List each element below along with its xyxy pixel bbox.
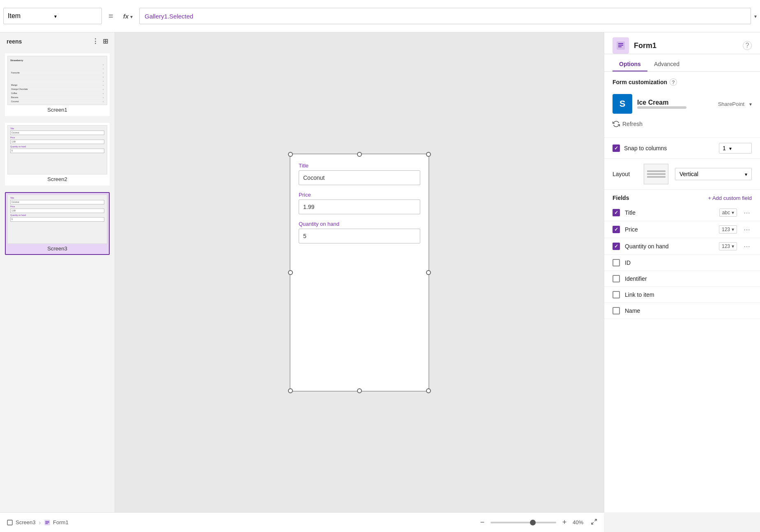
right-panel: Form1 ? Options Advanced Form customizat… xyxy=(604,32,760,512)
svg-line-10 xyxy=(592,522,594,524)
price-field-label: Price xyxy=(299,192,420,198)
right-panel-title-row: Form1 ? xyxy=(604,32,760,54)
title-type-badge[interactable]: abc xyxy=(719,209,737,217)
zoom-in-button[interactable]: + xyxy=(560,518,569,527)
equals-sign: = xyxy=(105,11,117,21)
list-view-icon[interactable]: ⋮ xyxy=(92,37,99,45)
list-item: › xyxy=(10,63,104,67)
quantity-type-badge[interactable]: 123 xyxy=(719,242,737,250)
right-panel-tabs: Options Advanced xyxy=(604,57,760,72)
field-name-name: Name xyxy=(625,307,752,314)
svg-rect-4 xyxy=(7,520,12,525)
price-type-badge[interactable]: 123 xyxy=(719,225,737,234)
screen2-label: Screen2 xyxy=(7,174,107,183)
form-customization-label: Form customization ? xyxy=(613,78,752,86)
zoom-thumb[interactable] xyxy=(530,520,536,525)
sidebar-header-icons: ⋮ ⊞ xyxy=(92,37,108,45)
zoom-slider[interactable] xyxy=(491,522,556,523)
help-icon-small[interactable]: ? xyxy=(670,78,677,86)
form-icon xyxy=(613,37,629,54)
zoom-controls: − + 40% xyxy=(477,518,597,527)
handle-br[interactable] xyxy=(426,388,431,393)
breadcrumb-form: Form1 xyxy=(44,519,69,526)
title-type-chevron[interactable] xyxy=(732,210,734,216)
title-field-label: Title xyxy=(299,163,420,169)
grid-view-icon[interactable]: ⊞ xyxy=(103,37,108,45)
quantity-field-menu[interactable]: ⋯ xyxy=(742,243,752,250)
handle-tl[interactable] xyxy=(288,152,293,157)
screen-card-3[interactable]: Title Coconut Price 1.99 Quantity on han… xyxy=(5,192,110,255)
item-selector[interactable]: Item xyxy=(3,8,102,24)
field-row-identifier: Identifier xyxy=(604,271,760,287)
right-panel-title: Form1 xyxy=(634,41,738,50)
price-field-menu[interactable]: ⋯ xyxy=(742,226,752,234)
screen-preview-1: Strawberry › › Favourite› › › Mango› Ora… xyxy=(7,56,107,105)
snap-value-dropdown[interactable]: 1 xyxy=(719,143,752,154)
handle-mr[interactable] xyxy=(426,270,431,275)
price-checkbox[interactable] xyxy=(613,226,620,233)
fx-button[interactable]: fx xyxy=(120,13,136,20)
formula-bar-chevron[interactable] xyxy=(754,13,757,19)
quantity-type-chevron[interactable] xyxy=(732,243,734,249)
zoom-out-button[interactable]: − xyxy=(477,518,487,527)
identifier-checkbox[interactable] xyxy=(613,275,620,282)
quantity-field-input[interactable] xyxy=(299,229,420,243)
zoom-percentage: 40% xyxy=(573,519,587,525)
form-field-title: Title xyxy=(299,163,420,192)
price-type-chevron[interactable] xyxy=(732,227,734,232)
screen-card-2[interactable]: Title Coconut Price 1.99 Quantity on han… xyxy=(5,123,110,186)
linktoitem-checkbox[interactable] xyxy=(613,291,620,298)
snap-chevron[interactable] xyxy=(729,145,732,151)
screen-card-1[interactable]: Strawberry › › Favourite› › › Mango› Ora… xyxy=(5,53,110,116)
add-custom-field-button[interactable]: + Add custom field xyxy=(708,195,752,201)
form-field-quantity: Quantity on hand xyxy=(299,221,420,250)
zoom-expand-icon[interactable] xyxy=(591,518,597,526)
name-checkbox[interactable] xyxy=(613,307,620,314)
quantity-checkbox[interactable] xyxy=(613,243,620,250)
layout-chevron[interactable] xyxy=(745,171,747,177)
title-field-input[interactable] xyxy=(299,170,420,185)
canvas-area: Title Price Quantity on hand xyxy=(115,32,604,512)
refresh-label: Refresh xyxy=(622,121,643,127)
refresh-button[interactable]: Refresh xyxy=(613,117,752,131)
breadcrumb-screen: Screen3 xyxy=(7,519,35,526)
handle-tr[interactable] xyxy=(426,152,431,157)
sharepoint-source: S Ice Cream SharePoint xyxy=(613,91,752,117)
source-chevron[interactable] xyxy=(749,101,752,107)
handle-tc[interactable] xyxy=(357,152,362,157)
form-customization-section: Form customization ? S Ice Cream SharePo… xyxy=(604,72,760,138)
tab-options[interactable]: Options xyxy=(613,57,647,71)
field-quantity-name: Quantity on hand xyxy=(625,243,714,250)
list-item: Coconut› xyxy=(10,100,104,104)
item-selector-chevron[interactable] xyxy=(54,12,97,20)
field-price-name: Price xyxy=(625,226,714,233)
price-field-input[interactable] xyxy=(299,200,420,214)
layout-dropdown[interactable]: Vertical xyxy=(675,168,752,180)
field-id-name: ID xyxy=(625,259,752,266)
svg-line-9 xyxy=(594,519,596,521)
fx-label: fx xyxy=(123,13,129,20)
help-icon[interactable]: ? xyxy=(743,41,752,50)
handle-bl[interactable] xyxy=(288,388,293,393)
title-checkbox[interactable] xyxy=(613,209,620,216)
sharepoint-icon: S xyxy=(613,94,632,114)
handle-bc[interactable] xyxy=(357,388,362,393)
screen1-label: Screen1 xyxy=(7,105,107,114)
snap-checkbox[interactable] xyxy=(613,144,620,152)
fields-title: Fields xyxy=(613,195,708,201)
tab-advanced[interactable]: Advanced xyxy=(647,57,686,71)
list-item: Banana› xyxy=(10,96,104,100)
source-type: SharePoint xyxy=(718,101,744,107)
screen-preview-3: Title Coconut Price 1.99 Quantity on han… xyxy=(7,195,107,244)
screen-preview-2: Title Coconut Price 1.99 Quantity on han… xyxy=(7,125,107,174)
formula-bar[interactable]: Gallery1.Selected xyxy=(139,8,751,24)
handle-ml[interactable] xyxy=(288,270,293,275)
list-item: › xyxy=(10,75,104,79)
form-canvas[interactable]: Title Price Quantity on hand xyxy=(290,154,429,392)
field-row-quantity: Quantity on hand 123 ⋯ xyxy=(604,238,760,255)
field-row-id: ID xyxy=(604,255,760,271)
title-type-label: abc xyxy=(722,210,730,216)
id-checkbox[interactable] xyxy=(613,259,620,266)
fx-chevron[interactable] xyxy=(130,13,133,20)
title-field-menu[interactable]: ⋯ xyxy=(742,209,752,217)
